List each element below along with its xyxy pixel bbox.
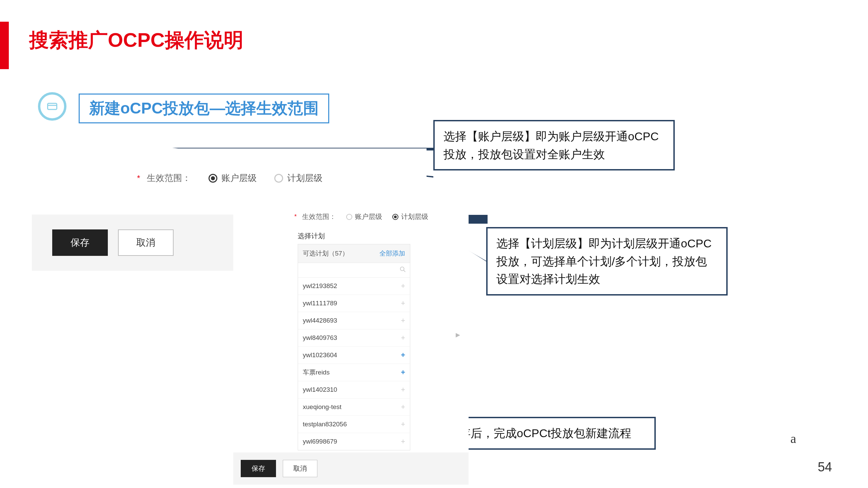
radio-checked-icon: [392, 214, 398, 220]
radio-account-level-1[interactable]: 账户层级: [209, 172, 257, 184]
plan-name: 车票reids: [303, 368, 330, 377]
add-plan-icon[interactable]: +: [401, 385, 405, 394]
required-star-icon: *: [294, 213, 297, 220]
scope-field-row-1: * 生效范围： 账户层级 计划层级: [137, 172, 413, 184]
add-plan-icon[interactable]: +: [401, 368, 405, 377]
add-plan-icon[interactable]: +: [401, 351, 405, 360]
plan-row[interactable]: ywl1402310+: [298, 381, 410, 399]
add-plan-icon[interactable]: +: [401, 299, 405, 308]
radio-account-label-2: 账户层级: [355, 212, 382, 221]
radio-plan-level-1[interactable]: 计划层级: [274, 172, 322, 184]
plan-name: ywl8409763: [303, 334, 337, 342]
scope-field-row-2: * 生效范围： 账户层级 计划层级: [294, 212, 458, 221]
decorative-letter: a: [790, 431, 796, 446]
radio-plan-level-2[interactable]: 计划层级: [392, 212, 428, 221]
plan-list-header: 可选计划（57） 全部添加: [298, 244, 410, 263]
cancel-button-1[interactable]: 取消: [118, 229, 174, 256]
plan-row[interactable]: xueqiong-test+: [298, 399, 410, 416]
radio-account-level-2[interactable]: 账户层级: [346, 212, 382, 221]
select-plan-area: 选择计划 可选计划（57） 全部添加 ywl2193852+ ywl111178…: [298, 231, 458, 450]
plan-row[interactable]: ywl2193852+: [298, 278, 410, 295]
plan-search-row: [298, 263, 410, 278]
plan-row[interactable]: ywl4428693+: [298, 312, 410, 329]
panel-plan-scope: * 生效范围： 账户层级 计划层级 选择计划 可选计划（57） 全部添加: [233, 203, 469, 485]
plan-name: xueqiong-test: [303, 403, 341, 411]
plan-list-box: 可选计划（57） 全部添加 ywl2193852+ ywl1111789+ yw…: [298, 244, 410, 450]
cancel-button-2[interactable]: 取消: [283, 460, 317, 477]
section-icon: [38, 92, 66, 121]
plan-row[interactable]: ywl1023604+: [298, 347, 410, 364]
svg-rect-0: [48, 103, 57, 109]
scope-label-1: 生效范围：: [147, 172, 191, 184]
plan-name: testplan832056: [303, 421, 347, 428]
required-star-icon: *: [137, 174, 140, 183]
radio-unchecked-icon: [346, 214, 352, 220]
save-button-2[interactable]: 保存: [241, 460, 276, 477]
search-icon[interactable]: [399, 266, 407, 274]
scope-label-2: 生效范围：: [302, 212, 336, 221]
callout-account-level: 选择【账户层级】即为账户层级开通oCPC投放，投放包设置对全账户生效: [433, 120, 675, 170]
add-all-link[interactable]: 全部添加: [379, 249, 405, 258]
radio-plan-label-1: 计划层级: [287, 172, 322, 184]
radio-checked-icon: [209, 174, 217, 183]
plan-row[interactable]: ywl1111789+: [298, 295, 410, 312]
plan-row[interactable]: ywl6998679+: [298, 433, 410, 450]
title-accent-bar: [0, 22, 9, 69]
add-plan-icon[interactable]: +: [401, 437, 405, 446]
available-plans-count: 可选计划（57）: [303, 249, 349, 258]
callout-plan-level: 选择【计划层级】即为计划层级开通oCPC投放，可选择单个计划/多个计划，投放包设…: [486, 227, 728, 296]
select-plan-title: 选择计划: [298, 231, 458, 241]
plan-name: ywl1111789: [303, 300, 337, 307]
plan-name: ywl2193852: [303, 282, 337, 290]
panel-plan-scope-inner: * 生效范围： 账户层级 计划层级 选择计划 可选计划（57） 全部添加: [233, 203, 469, 452]
page-title: 搜索推广OCPC操作说明: [29, 27, 243, 54]
add-plan-icon[interactable]: +: [401, 403, 405, 411]
radio-plan-label-2: 计划层级: [401, 212, 428, 221]
add-plan-icon[interactable]: +: [401, 282, 405, 290]
add-plan-icon[interactable]: +: [401, 333, 405, 342]
plan-row[interactable]: 车票reids+: [298, 364, 410, 381]
svg-point-1: [400, 267, 404, 271]
plan-name: ywl1402310: [303, 386, 337, 393]
transfer-arrow-icon[interactable]: ▸: [456, 329, 460, 340]
radio-unchecked-icon: [274, 174, 283, 183]
page-number: 54: [818, 460, 832, 474]
save-button-1[interactable]: 保存: [52, 229, 108, 256]
plan-row[interactable]: ywl8409763+: [298, 329, 410, 347]
radio-account-label-1: 账户层级: [221, 172, 257, 184]
panel2-actions: 保存 取消: [233, 452, 469, 485]
section-subtitle: 新建oCPC投放包—选择生效范围: [79, 94, 329, 123]
plan-row[interactable]: testplan832056+: [298, 416, 410, 433]
add-plan-icon[interactable]: +: [401, 420, 405, 429]
plan-name: ywl1023604: [303, 351, 337, 359]
plan-name: ywl6998679: [303, 438, 337, 445]
add-plan-icon[interactable]: +: [401, 316, 405, 325]
plan-name: ywl4428693: [303, 317, 337, 324]
